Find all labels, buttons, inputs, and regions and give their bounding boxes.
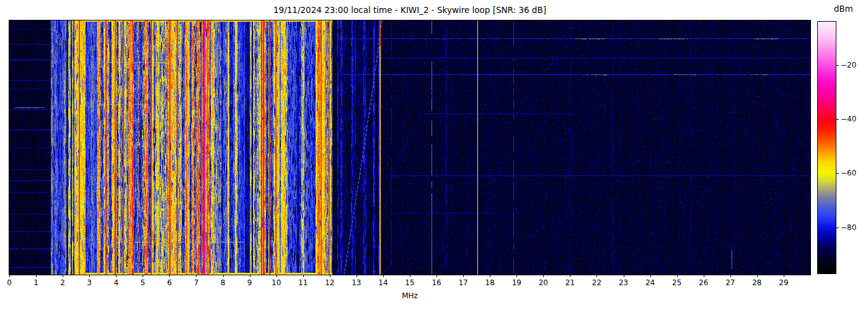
x-tick-mark [757,275,758,277]
x-tick-mark [570,275,570,277]
x-tick-label: 2 [52,278,73,287]
x-tick-mark [36,275,37,277]
x-tick-mark [490,275,490,277]
x-tick-mark [730,275,731,277]
x-tick-label: 3 [79,278,100,287]
x-tick-mark [436,275,437,277]
plot-area [9,20,811,275]
x-tick-mark [463,275,464,277]
colorbar-tick-label: −40 [841,114,856,124]
x-tick-mark [650,275,651,277]
x-tick-label: 11 [293,278,314,287]
colorbar [817,21,836,274]
x-tick-label: 24 [640,278,661,287]
x-tick-mark [330,275,330,277]
x-tick-label: 22 [586,278,607,287]
x-tick-label: 19 [506,278,527,287]
x-tick-mark [516,275,517,277]
colorbar-tick-label: −60 [841,168,856,178]
x-tick-mark [704,275,704,277]
plot-title: 19/11/2024 23:00 local time - KIWI_2 - S… [9,5,810,15]
x-tick-mark [89,275,90,277]
x-tick-label: 28 [746,278,768,287]
x-tick-label: 6 [159,278,180,287]
x-tick-label: 25 [666,278,688,287]
x-tick-mark [250,275,250,277]
x-tick-label: 1 [25,278,46,287]
x-tick-label: 8 [213,278,234,287]
x-tick-label: 4 [105,278,126,287]
x-tick-mark [63,275,63,277]
x-tick-mark [383,275,384,277]
x-tick-label: 23 [613,278,634,287]
x-tick-label: 5 [132,278,153,287]
x-axis-label: MHz [379,291,441,300]
x-tick-mark [543,275,544,277]
x-tick-mark [303,275,304,277]
colorbar-tick-mark [836,119,839,120]
colorbar-tick-mark [836,228,839,228]
x-tick-mark [784,275,784,277]
x-tick-mark [143,275,143,277]
x-tick-mark [677,275,678,277]
x-tick-label: 29 [773,278,794,287]
x-tick-mark [196,275,197,277]
figure: 19/11/2024 23:00 local time - KIWI_2 - S… [0,0,868,310]
colorbar-tick-mark [836,173,839,174]
x-tick-mark [9,275,10,277]
colorbar-canvas [818,22,836,273]
x-tick-mark [624,275,624,277]
x-tick-mark [410,275,410,277]
x-tick-mark [277,275,277,277]
x-tick-label: 0 [0,278,20,287]
x-tick-mark [356,275,357,277]
x-tick-label: 17 [453,278,474,287]
x-tick-label: 7 [185,278,206,287]
x-tick-label: 16 [426,278,447,287]
x-tick-label: 14 [373,278,394,287]
x-tick-label: 20 [533,278,554,287]
x-tick-label: 27 [720,278,741,287]
x-tick-mark [223,275,224,277]
x-tick-label: 9 [239,278,260,287]
colorbar-tick-label: −80 [841,223,856,232]
spectrogram-canvas [9,20,810,275]
x-tick-label: 21 [559,278,580,287]
x-tick-label: 12 [319,278,340,287]
x-tick-label: 26 [693,278,714,287]
x-tick-mark [596,275,597,277]
x-tick-label: 10 [266,278,287,287]
x-tick-label: 15 [399,278,420,287]
x-tick-label: 13 [346,278,367,287]
x-tick-mark [116,275,117,277]
colorbar-unit-label: dBm [834,4,853,14]
x-tick-mark [169,275,170,277]
x-tick-label: 18 [479,278,500,287]
colorbar-tick-mark [836,65,839,66]
colorbar-tick-label: −20 [841,60,856,70]
